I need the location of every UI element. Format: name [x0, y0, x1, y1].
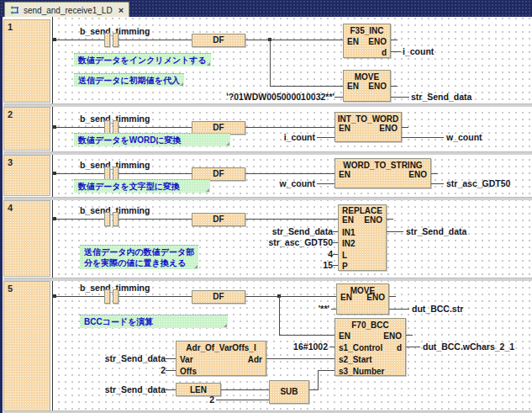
port-in1: IN1: [342, 229, 356, 237]
wire-segment: [279, 335, 334, 336]
variable-label[interactable]: str_Send_data: [406, 226, 466, 236]
wire-segment: [216, 400, 269, 400]
tab-close-icon[interactable]: ×: [119, 5, 124, 15]
wire-segment: [391, 40, 398, 40]
string-literal[interactable]: '?01WDW005000010032**': [202, 92, 334, 102]
variable-label[interactable]: str_Send_data: [63, 384, 166, 394]
wire-segment: [389, 296, 396, 297]
function-block-sub[interactable]: SUB: [269, 380, 309, 404]
wire-segment: [391, 51, 401, 52]
comment-box[interactable]: 数値データをWORDに変換: [74, 133, 230, 146]
rung-number-5[interactable]: 5: [3, 281, 50, 413]
wire-junction: [53, 172, 56, 175]
variable-label[interactable]: dut_BCC.str: [412, 304, 463, 314]
rung-separator: [3, 151, 532, 155]
port-en: EN: [342, 216, 354, 225]
variable-label[interactable]: w_count: [252, 178, 315, 188]
variable-label[interactable]: str_Send_data: [63, 353, 166, 363]
comment-box[interactable]: BCCコードを演算: [80, 315, 228, 328]
rung-number-4[interactable]: 4: [3, 200, 50, 277]
number-literal[interactable]: 16#1002: [271, 342, 328, 352]
contact-bar[interactable]: [113, 212, 119, 226]
variable-label[interactable]: str_Send_data: [411, 92, 471, 102]
string-literal[interactable]: '**': [277, 304, 329, 314]
wire-segment: [333, 231, 338, 232]
comment-box[interactable]: 送信データに初期値を代入: [74, 73, 184, 87]
port-en: EN: [347, 38, 359, 46]
variable-label[interactable]: i_count: [252, 132, 315, 142]
block-title: INT_TO_WORD: [335, 115, 401, 124]
block-title: F35_INC: [344, 27, 390, 35]
variable-label[interactable]: i_count: [403, 46, 434, 56]
wire-segment: [389, 309, 409, 310]
comment-line: 分を実際の値に置き換える: [84, 257, 194, 268]
wire-segment: [166, 389, 176, 390]
contact-bar[interactable]: [104, 212, 110, 226]
contact-bar[interactable]: [113, 289, 119, 304]
wire-segment: [329, 347, 334, 347]
ladder-editor-window: send_and_receive1_LD × 1 2 3 4 5 b_send_…: [0, 0, 532, 413]
comment-box[interactable]: 数値データをインクリメントする: [74, 53, 211, 66]
df-instruction[interactable]: DF: [192, 34, 245, 47]
function-block-adr-of-varoffs-i[interactable]: Adr_Of_VarOffs_I Var Adr Offs: [176, 341, 266, 376]
function-block-f35-inc[interactable]: F35_INC EN ENO d: [343, 24, 391, 58]
variable-label[interactable]: dut_BCC.wChars_2_1: [423, 342, 514, 352]
wire-segment: [221, 389, 269, 390]
df-instruction[interactable]: DF: [192, 290, 245, 304]
variable-label[interactable]: str_Send_data: [240, 226, 333, 236]
comment-line: 送信データ内の数値データ部: [84, 246, 194, 257]
comment-box[interactable]: 数値データを文字型に変換: [74, 179, 210, 193]
wire-segment: [331, 309, 336, 310]
df-instruction[interactable]: DF: [192, 213, 245, 226]
rung-number-2[interactable]: 2: [3, 107, 50, 151]
port-eno: ENO: [408, 171, 427, 179]
wire-segment: [270, 40, 271, 86]
wire-segment: [53, 40, 104, 40]
wire-segment: [318, 370, 319, 390]
port-en: EN: [339, 332, 350, 341]
function-block-word-to-string[interactable]: WORD_TO_STRING EN ENO: [334, 158, 431, 188]
contact-bar[interactable]: [104, 289, 110, 304]
port-d: d: [382, 49, 387, 57]
rung-number-1[interactable]: 1: [3, 19, 50, 103]
ladder-canvas: 1 2 3 4 5 b_send_timming DF 数値データをインクリメン…: [3, 17, 532, 413]
port-s3-number: s3_Number: [339, 368, 384, 376]
tab-title: send_and_receive1_LD: [24, 6, 113, 15]
block-title: LEN: [176, 386, 220, 394]
rung-number-3[interactable]: 3: [3, 155, 50, 196]
variable-label[interactable]: str_asc_GDT50: [240, 237, 333, 247]
function-block-int-to-word[interactable]: INT_TO_WORD EN ENO: [334, 112, 402, 142]
port-var: Var: [180, 356, 193, 364]
function-block-move[interactable]: MOVE EN ENO: [336, 283, 389, 315]
port-eno: ENO: [364, 216, 382, 225]
port-s1-control: s1_Control: [339, 344, 382, 352]
port-eno: ENO: [383, 332, 402, 341]
wire-junction: [53, 125, 56, 129]
block-title: Adr_Of_VarOffs_I: [176, 344, 266, 352]
port-eno: ENO: [379, 124, 398, 133]
function-block-move[interactable]: MOVE EN ENO: [343, 70, 391, 102]
wire-segment: [166, 358, 176, 359]
variable-label[interactable]: w_count: [446, 132, 482, 142]
ladder-program-icon: [10, 5, 20, 15]
variable-label[interactable]: str_asc_GDT50: [446, 178, 510, 188]
rung-separator: [3, 278, 532, 281]
number-literal[interactable]: 15: [240, 260, 333, 270]
wire-segment: [402, 137, 444, 138]
wire-segment: [391, 97, 409, 98]
tab-bar: send_and_receive1_LD ×: [0, 0, 532, 17]
contact-bar[interactable]: [104, 33, 110, 47]
block-title: F70_BCC: [335, 321, 405, 330]
number-literal[interactable]: 2: [63, 365, 166, 375]
port-eno: ENO: [366, 294, 385, 302]
function-block-f70-bcc[interactable]: F70_BCC EN ENO s1_Control d s2_Start s3_…: [334, 318, 406, 376]
function-block-replace[interactable]: REPLACE EN ENO IN1 IN2 L P: [338, 204, 387, 271]
number-literal[interactable]: 4: [240, 249, 333, 259]
wire-junction: [53, 217, 56, 220]
comment-box[interactable]: 送信データ内の数値データ部 分を実際の値に置き換える: [80, 245, 198, 269]
tab-send-and-receive1-ld[interactable]: send_and_receive1_LD ×: [4, 2, 129, 18]
port-p: P: [342, 262, 348, 271]
block-title: REPLACE: [339, 207, 386, 215]
contact-bar[interactable]: [113, 33, 119, 47]
number-literal[interactable]: 2: [139, 394, 214, 405]
